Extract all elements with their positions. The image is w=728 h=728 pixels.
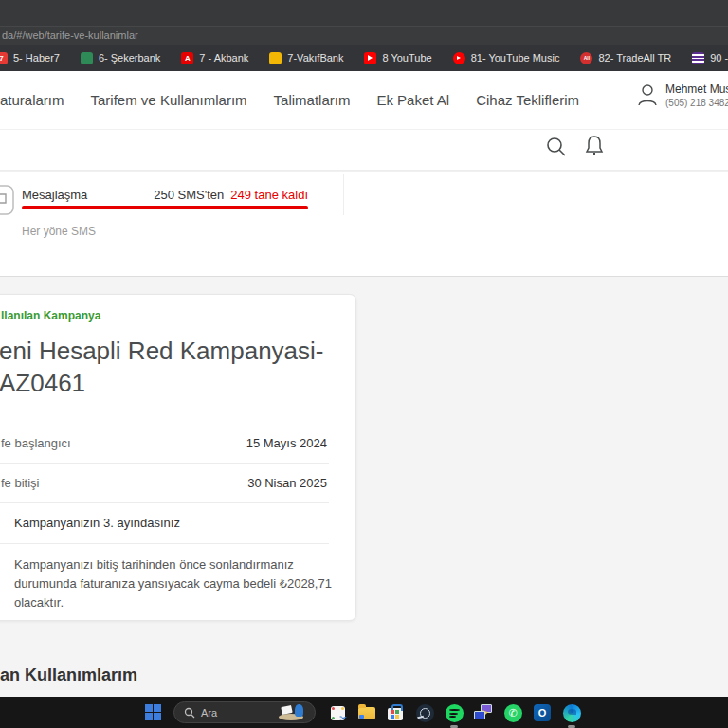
page-content: llanılan Kampanya eni Hesapli Red Kampan…: [0, 277, 728, 697]
campaign-title: eni Hesapli Red Kampanyasi- AZ0461: [0, 335, 324, 399]
spotify-running-indicator: [450, 725, 458, 728]
steam-icon[interactable]: [414, 702, 435, 723]
site-header: aturalarım Tarifem ve Kullanımlarım Tali…: [0, 71, 728, 171]
search-icon[interactable]: [545, 136, 568, 158]
campaign-month-status: Kampanyanızın 3. ayındasınız: [14, 516, 180, 530]
nav-item-faturalarim[interactable]: aturalarım: [0, 92, 64, 108]
usage-description: Her yöne SMS: [22, 225, 96, 238]
edge-running-indicator: [568, 725, 575, 728]
youtube-icon: [364, 52, 376, 64]
divider: [0, 463, 329, 464]
campaign-section-label: llanılan Kampanya: [1, 309, 100, 322]
usage-quota: 250 SMS'ten: [154, 188, 224, 202]
bookmark-label: 81- YouTube Music: [471, 52, 560, 64]
taskbar-search-input[interactable]: Ara: [173, 701, 316, 723]
youtube-music-icon: [453, 52, 465, 64]
bookmark-haber7[interactable]: 7 5- Haber7: [0, 52, 60, 64]
akbank-icon: A: [181, 52, 193, 64]
file-explorer-icon[interactable]: [356, 702, 377, 723]
user-icon: [637, 82, 658, 108]
bookmark-label: 5- Haber7: [13, 52, 60, 64]
nav-item-cihaz-tekliflerim[interactable]: Cihaz Tekliflerim: [476, 92, 579, 108]
bookmarks-bar: 7 5- Haber7 6- Şekerbank A 7 - Akbank 7-…: [0, 45, 728, 71]
main-nav: aturalarım Tarifem ve Kullanımlarım Tali…: [0, 71, 728, 130]
usage-column-divider: [343, 174, 344, 215]
outlook-icon[interactable]: O: [532, 702, 553, 723]
start-button-icon[interactable]: [145, 704, 161, 720]
bookmark-label: 6- Şekerbank: [99, 52, 160, 64]
user-phone: (505) 218 3482: [665, 98, 728, 108]
campaign-start-label: fe başlangıcı: [1, 436, 71, 450]
usage-progress-bar: [22, 206, 308, 209]
bookmark-bein[interactable]: 90 - beIN: [692, 52, 728, 64]
bookmark-akbank[interactable]: A 7 - Akbank: [181, 52, 248, 64]
snipping-tool-icon[interactable]: ✂: [327, 702, 348, 723]
search-highlight-image: [277, 703, 309, 721]
bookmark-label: 8 YouTube: [382, 52, 431, 64]
header-divider: [628, 76, 628, 129]
divider: [0, 543, 329, 544]
campaign-end-label: fe bitişi: [1, 476, 39, 490]
nav-item-talimatlarim[interactable]: Talimatlarım: [274, 92, 351, 108]
haber7-icon: 7: [0, 52, 8, 64]
bookmark-label: 82- TradeAll TR: [598, 52, 671, 64]
bookmark-sekerbank[interactable]: 6- Şekerbank: [81, 52, 160, 64]
vakifbank-icon: [269, 52, 282, 64]
bookmark-label: 90 - beIN: [710, 52, 728, 64]
url-text: da/#/web/tarife-ve-kullanimlar: [2, 29, 138, 41]
section-heading: an Kullanımlarım: [0, 665, 137, 685]
taskbar-search-icon: [184, 707, 195, 719]
campaign-start-value: 15 Mayıs 2024: [246, 436, 327, 450]
sekerbank-icon: [81, 52, 93, 64]
nav-item-tarifem-ve-kullanimlarim[interactable]: Tarifem ve Kullanımlarım: [91, 92, 247, 108]
user-name: Mehmet Mustaf: [665, 82, 728, 96]
spotify-icon[interactable]: [444, 702, 464, 723]
notifications-bell-icon[interactable]: [583, 134, 606, 158]
bookmark-youtube-music[interactable]: 81- YouTube Music: [453, 52, 560, 64]
campaign-cancellation-note: Kampanyanızı bitiş tarihinden önce sonla…: [14, 555, 341, 612]
usage-section: Mesajlaşma 249 tane kaldı 250 SMS'ten He…: [0, 171, 728, 277]
bookmark-youtube[interactable]: 8 YouTube: [364, 52, 431, 64]
edge-icon[interactable]: [561, 702, 582, 723]
windows-taskbar: Ara ✂ ✆ O: [0, 697, 728, 728]
usage-label: Mesajlaşma: [22, 188, 87, 202]
taskbar-search-placeholder: Ara: [201, 707, 277, 719]
usage-remaining: 249 tane kaldı: [230, 188, 308, 202]
nav-item-ek-paket-al[interactable]: Ek Paket Al: [376, 92, 449, 108]
bookmark-label: 7-VakıfBank: [287, 52, 343, 64]
sms-bubble-icon: [0, 185, 14, 215]
divider: [0, 502, 329, 503]
user-account[interactable]: Mehmet Mustaf (505) 218 3482: [637, 82, 728, 108]
bookmark-vakifbank[interactable]: 7-VakıfBank: [269, 52, 343, 64]
tradeall-icon: All: [580, 52, 592, 64]
browser-tabstrip: [0, 0, 728, 26]
campaign-end-value: 30 Nisan 2025: [247, 476, 327, 490]
remote-desktop-icon[interactable]: [473, 702, 494, 723]
bookmark-label: 7 - Akbank: [199, 52, 248, 64]
bein-icon: [692, 52, 704, 64]
bookmark-tradeall[interactable]: All 82- TradeAll TR: [580, 52, 671, 64]
browser-url-bar[interactable]: da/#/web/tarife-ve-kullanimlar: [0, 26, 728, 45]
whatsapp-icon[interactable]: ✆: [502, 702, 523, 723]
campaign-card: llanılan Kampanya eni Hesapli Red Kampan…: [0, 294, 356, 621]
microsoft-store-icon[interactable]: [385, 702, 406, 723]
